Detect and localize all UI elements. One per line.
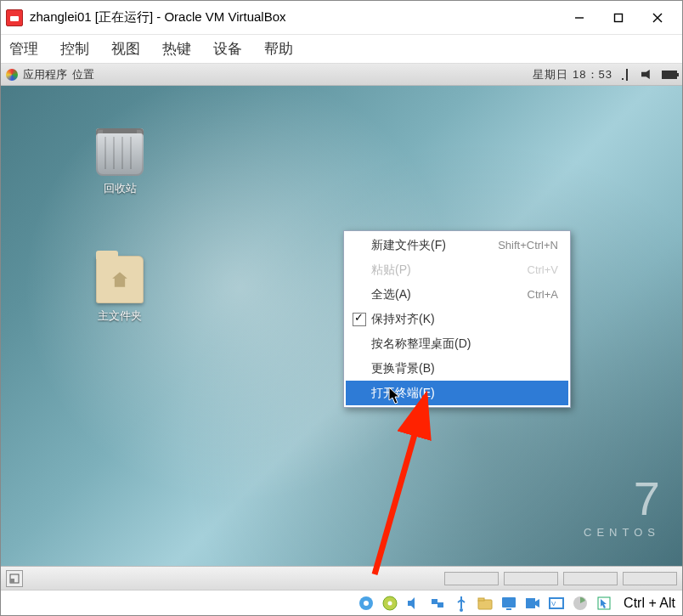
trash-icon — [96, 128, 144, 176]
panel-places[interactable]: 位置 — [72, 67, 94, 82]
ctx-change-background[interactable]: 更换背景(B) — [346, 356, 568, 381]
status-recording-icon[interactable] — [523, 594, 542, 613]
status-audio-icon[interactable] — [404, 594, 423, 613]
ctx-keep-aligned[interactable]: 保持对齐(K) — [346, 307, 568, 331]
svg-rect-14 — [478, 600, 492, 609]
gnome-top-panel: 应用程序 位置 星期日 18：53 — [1, 64, 682, 86]
trash-label: 回收站 — [82, 181, 158, 196]
volume-icon[interactable] — [641, 69, 653, 81]
menu-hotkey[interactable]: 热键 — [162, 39, 191, 59]
svg-text:V: V — [551, 600, 556, 608]
status-mouse-integration-icon[interactable] — [595, 594, 613, 613]
status-optical-icon[interactable] — [381, 594, 399, 613]
status-network-icon[interactable] — [428, 594, 447, 613]
guest-bottom-panel — [1, 566, 682, 590]
svg-point-10 — [388, 601, 392, 605]
desktop-context-menu: 新建文件夹(F) Shift+Ctrl+N 粘贴(P) Ctrl+V 全选(A)… — [343, 230, 571, 408]
virtualbox-menubar: 管理 控制 视图 热键 设备 帮助 — [1, 35, 682, 64]
panel-clock[interactable]: 星期日 18：53 — [533, 67, 612, 82]
status-display-icon[interactable] — [500, 594, 518, 613]
virtualbox-window: zhanglei01 [正在运行] - Oracle VM VirtualBox… — [0, 0, 683, 616]
svg-rect-11 — [432, 599, 437, 604]
svg-rect-17 — [506, 608, 511, 610]
status-shared-folder-icon[interactable] — [476, 594, 494, 613]
status-cpu-icon[interactable] — [571, 594, 590, 613]
ctx-organize-by-name[interactable]: 按名称整理桌面(D) — [346, 331, 568, 356]
workspace-indicators[interactable] — [444, 572, 677, 585]
ctx-open-terminal[interactable]: 打开终端(E) — [346, 381, 568, 405]
menu-view[interactable]: 视图 — [111, 39, 140, 59]
svg-point-13 — [460, 608, 463, 612]
menu-control[interactable]: 控制 — [60, 39, 89, 59]
workspace-switcher-icon[interactable] — [6, 570, 23, 587]
ctx-new-folder[interactable]: 新建文件夹(F) Shift+Ctrl+N — [346, 233, 568, 257]
svg-rect-12 — [437, 602, 443, 608]
activities-icon[interactable] — [6, 69, 18, 81]
menu-help[interactable]: 帮助 — [264, 39, 293, 59]
svg-rect-6 — [10, 579, 14, 583]
guest-desktop[interactable]: 回收站 主文件夹 7 CENTOS 新建文件夹(F) Shift+Ctrl+N … — [1, 86, 682, 590]
guest-display[interactable]: 应用程序 位置 星期日 18：53 回收站 主文件夹 7 CENTOS — [1, 64, 682, 590]
panel-applications[interactable]: 应用程序 — [23, 67, 67, 82]
menu-device[interactable]: 设备 — [213, 39, 242, 59]
workspace-2[interactable] — [504, 572, 558, 585]
network-icon[interactable] — [621, 69, 633, 81]
battery-icon[interactable] — [662, 71, 677, 79]
svg-rect-15 — [478, 598, 484, 601]
window-title: zhanglei01 [正在运行] - Oracle VM VirtualBox — [30, 9, 560, 25]
home-label: 主文件夹 — [82, 308, 158, 324]
virtualbox-statusbar: V Ctrl + Alt — [1, 590, 682, 615]
folder-home-icon — [96, 256, 144, 303]
close-button[interactable] — [638, 4, 677, 31]
host-key-indicator: Ctrl + Alt — [624, 596, 675, 611]
svg-rect-18 — [526, 598, 535, 608]
annotation-arrow — [358, 387, 477, 583]
virtualbox-icon — [6, 9, 23, 26]
centos-watermark: 7 CENTOS — [584, 475, 660, 539]
svg-rect-16 — [502, 597, 516, 608]
menu-manage[interactable]: 管理 — [9, 39, 38, 59]
ctx-select-all[interactable]: 全选(A) Ctrl+A — [346, 282, 568, 307]
status-vrde-icon[interactable]: V — [547, 594, 566, 613]
maximize-button[interactable] — [599, 4, 638, 31]
svg-point-8 — [364, 601, 369, 606]
workspace-3[interactable] — [563, 572, 618, 585]
desktop-trash[interactable]: 回收站 — [82, 128, 158, 196]
workspace-4[interactable] — [623, 572, 677, 585]
ctx-paste: 粘贴(P) Ctrl+V — [346, 257, 568, 282]
svg-line-4 — [375, 396, 426, 574]
window-titlebar[interactable]: zhanglei01 [正在运行] - Oracle VM VirtualBox — [1, 1, 682, 35]
svg-rect-1 — [615, 14, 623, 21]
mouse-cursor — [388, 387, 402, 405]
workspace-1[interactable] — [444, 572, 499, 585]
status-harddisk-icon[interactable] — [357, 594, 375, 613]
status-usb-icon[interactable] — [452, 594, 471, 613]
minimize-button[interactable] — [560, 4, 599, 31]
desktop-home[interactable]: 主文件夹 — [82, 256, 158, 324]
